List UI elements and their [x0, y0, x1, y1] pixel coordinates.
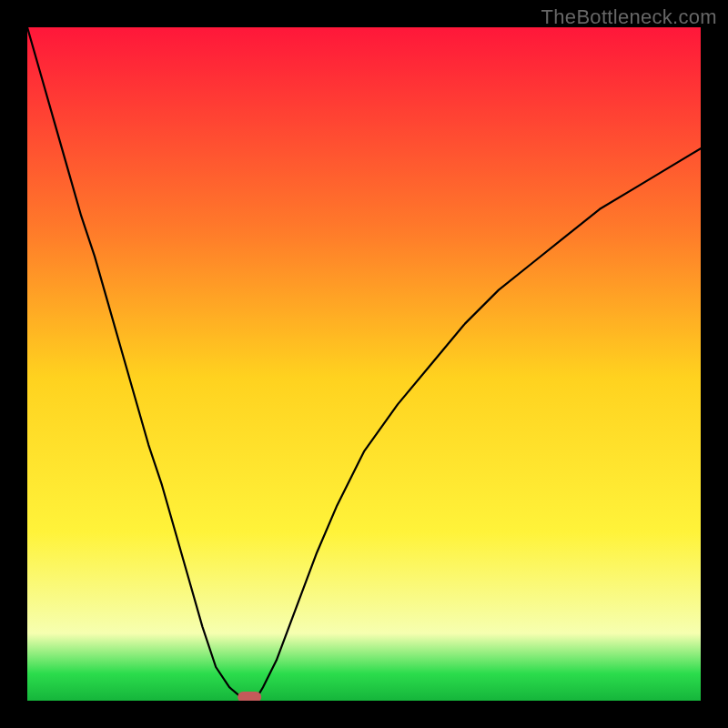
minimum-marker — [238, 692, 261, 701]
attribution-watermark: TheBottleneck.com — [541, 5, 717, 29]
gradient-background — [27, 27, 701, 701]
chart-svg — [27, 27, 701, 701]
chart-frame — [27, 27, 701, 701]
